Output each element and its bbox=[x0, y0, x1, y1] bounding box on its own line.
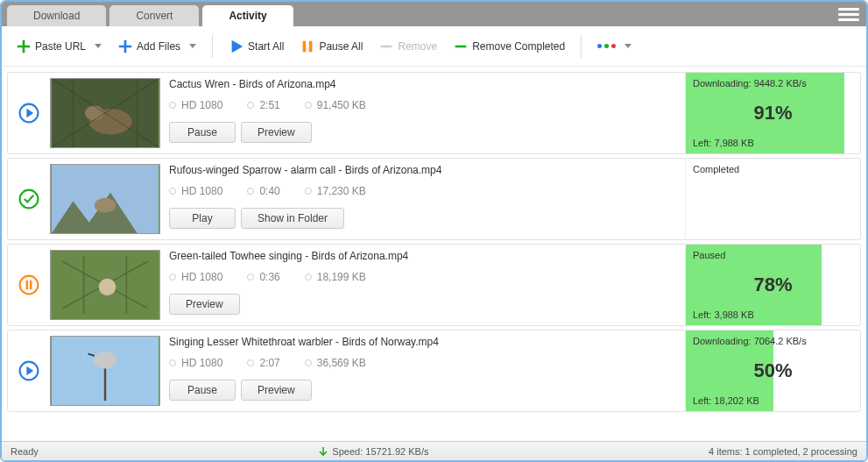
svg-point-5 bbox=[85, 105, 104, 120]
show-in-folder-button[interactable]: Show in Folder bbox=[241, 208, 344, 229]
duration-label-text: 0:40 bbox=[259, 185, 279, 197]
svg-point-8 bbox=[95, 198, 116, 213]
chevron-down-icon[interactable] bbox=[625, 44, 632, 48]
item-actions: PausePreview bbox=[169, 122, 678, 143]
size-label: 36,569 KB bbox=[305, 357, 366, 369]
item-title: Singing Lesser Whitethroat warbler - Bir… bbox=[169, 336, 678, 348]
thumbnail[interactable] bbox=[50, 336, 160, 406]
thumbnail[interactable] bbox=[50, 250, 160, 320]
pause-button[interactable]: Pause bbox=[169, 380, 236, 401]
item-main: Singing Lesser Whitethroat warbler - Bir… bbox=[160, 331, 685, 411]
preview-button[interactable]: Preview bbox=[169, 294, 240, 315]
item-title: Green-tailed Towhee singing - Birds of A… bbox=[169, 250, 678, 262]
chevron-down-icon[interactable] bbox=[189, 44, 196, 48]
size-label: 17,230 KB bbox=[305, 185, 366, 197]
list-item[interactable]: Cactus Wren - Birds of Arizona.mp4HD 108… bbox=[7, 72, 861, 154]
svg-rect-11 bbox=[30, 281, 32, 289]
svg-rect-0 bbox=[303, 40, 307, 52]
status-bar: Ready Speed: 15721.92 KB/s 4 items: 1 co… bbox=[2, 441, 866, 460]
pause-button[interactable]: Pause bbox=[169, 122, 236, 143]
item-status-panel: Paused78%Left: 3,988 KB bbox=[685, 245, 860, 325]
tab-convert[interactable]: Convert bbox=[109, 5, 199, 26]
item-meta: HD 10800:4017,230 KB bbox=[169, 185, 678, 197]
item-title: Rufous-winged Sparrow - alarm call - Bir… bbox=[169, 164, 678, 176]
completed-status-icon bbox=[18, 188, 40, 210]
item-meta: HD 10802:0736,569 KB bbox=[169, 357, 678, 369]
remove-completed-button[interactable]: Remove Completed bbox=[448, 35, 570, 58]
status-line: Downloading: 9448.2 KB/s bbox=[693, 78, 853, 89]
progress-percent: 91% bbox=[693, 102, 853, 124]
status-speed-text: Speed: 15721.92 KB/s bbox=[332, 446, 428, 457]
item-actions: PlayShow in Folder bbox=[169, 208, 678, 229]
dots-icon bbox=[597, 44, 616, 48]
add-files-label: Add Files bbox=[137, 40, 180, 53]
item-main: Cactus Wren - Birds of Arizona.mp4HD 108… bbox=[160, 73, 685, 153]
thumbnail[interactable] bbox=[50, 78, 160, 148]
hd-label-text: HD 1080 bbox=[181, 271, 222, 283]
hd-label: HD 1080 bbox=[169, 99, 222, 111]
svg-rect-10 bbox=[26, 281, 29, 289]
chevron-down-icon[interactable] bbox=[95, 44, 102, 48]
side-content: Paused78%Left: 3,988 KB bbox=[693, 250, 853, 320]
preview-button[interactable]: Preview bbox=[241, 380, 312, 401]
pause-icon bbox=[300, 39, 315, 54]
list-item[interactable]: Singing Lesser Whitethroat warbler - Bir… bbox=[7, 330, 861, 412]
bullet-icon bbox=[247, 102, 254, 109]
downloading-status-icon bbox=[18, 359, 40, 382]
thumbnail[interactable] bbox=[50, 164, 160, 234]
status-ready: Ready bbox=[11, 446, 39, 457]
play-icon bbox=[229, 39, 244, 54]
remove-completed-label: Remove Completed bbox=[472, 40, 565, 53]
duration-label-text: 2:07 bbox=[259, 357, 279, 369]
duration-label: 2:51 bbox=[247, 99, 279, 111]
add-files-button[interactable]: Add Files bbox=[112, 35, 201, 58]
pause-all-label: Pause All bbox=[319, 40, 363, 53]
pause-all-button[interactable]: Pause All bbox=[294, 35, 368, 58]
list-item[interactable]: Green-tailed Towhee singing - Birds of A… bbox=[7, 244, 861, 326]
size-label-text: 17,230 KB bbox=[317, 185, 366, 197]
hd-label: HD 1080 bbox=[169, 185, 222, 197]
remove-button: Remove bbox=[373, 35, 442, 58]
bullet-icon bbox=[305, 188, 312, 195]
preview-button[interactable]: Preview bbox=[241, 122, 312, 143]
status-line: Completed bbox=[693, 164, 853, 174]
item-status-panel: Downloading: 9448.2 KB/s91%Left: 7,988 K… bbox=[685, 73, 860, 153]
duration-label-text: 2:51 bbox=[259, 99, 279, 111]
toolbar-separator bbox=[581, 35, 582, 58]
bullet-icon bbox=[305, 359, 312, 366]
bullet-icon bbox=[247, 274, 254, 281]
bullet-icon bbox=[247, 359, 254, 366]
tab-activity[interactable]: Activity bbox=[202, 5, 293, 26]
duration-label-text: 0:36 bbox=[259, 271, 279, 283]
status-speed: Speed: 15721.92 KB/s bbox=[318, 446, 428, 457]
start-all-button[interactable]: Start All bbox=[223, 35, 289, 58]
start-all-label: Start All bbox=[248, 40, 284, 53]
side-content: Completed bbox=[693, 164, 853, 234]
item-meta: HD 10800:3618,199 KB bbox=[169, 271, 678, 283]
side-content: Downloading: 9448.2 KB/s91%Left: 7,988 K… bbox=[693, 78, 853, 148]
status-line: Downloading: 7064.2 KB/s bbox=[693, 336, 853, 346]
activity-list[interactable]: Cactus Wren - Birds of Arizona.mp4HD 108… bbox=[2, 67, 866, 441]
size-label-text: 36,569 KB bbox=[317, 357, 366, 369]
toolbar: Paste URL Add Files Start All Pause All … bbox=[2, 26, 866, 67]
hamburger-menu-icon[interactable] bbox=[838, 4, 859, 25]
paste-url-button[interactable]: Paste URL bbox=[11, 35, 107, 58]
status-column bbox=[8, 331, 50, 411]
play-button[interactable]: Play bbox=[169, 208, 236, 229]
paste-url-label: Paste URL bbox=[35, 40, 86, 53]
hd-label-text: HD 1080 bbox=[181, 99, 222, 111]
duration-label: 0:36 bbox=[247, 271, 279, 283]
status-column bbox=[8, 73, 50, 153]
size-label: 91,450 KB bbox=[305, 99, 366, 111]
hd-label-text: HD 1080 bbox=[181, 185, 222, 197]
size-label: 18,199 KB bbox=[305, 271, 366, 283]
list-item[interactable]: Rufous-winged Sparrow - alarm call - Bir… bbox=[7, 158, 861, 240]
hd-label: HD 1080 bbox=[169, 357, 222, 369]
tab-download[interactable]: Download bbox=[7, 5, 106, 26]
item-main: Green-tailed Towhee singing - Birds of A… bbox=[160, 245, 685, 325]
bullet-icon bbox=[305, 274, 312, 281]
item-title: Cactus Wren - Birds of Arizona.mp4 bbox=[169, 78, 678, 90]
bullet-icon bbox=[169, 102, 176, 109]
more-options-button[interactable] bbox=[592, 40, 637, 52]
download-arrow-icon bbox=[318, 446, 328, 457]
